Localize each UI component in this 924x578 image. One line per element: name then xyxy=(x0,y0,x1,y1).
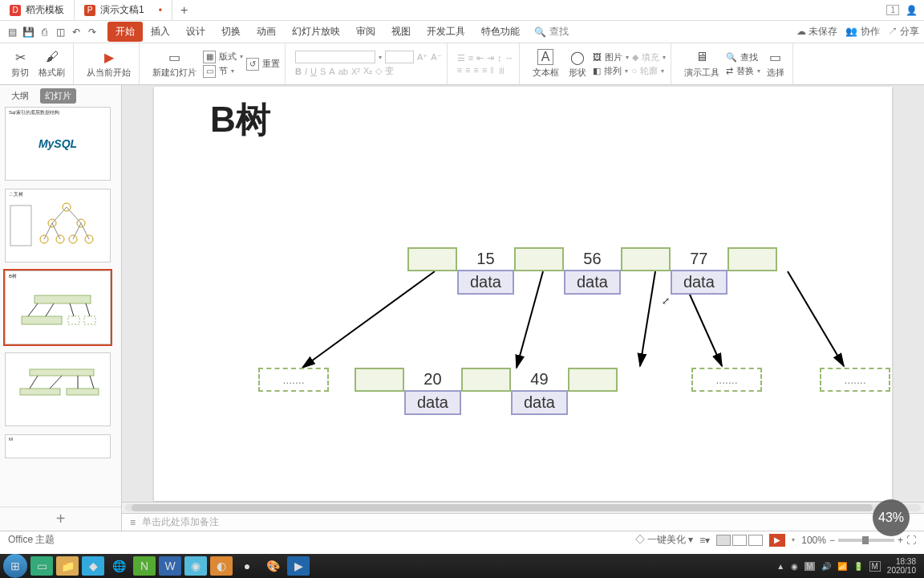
notes-placeholder[interactable]: 单击此处添加备注 xyxy=(142,515,219,529)
layout-button[interactable]: ▦版式▾ xyxy=(203,51,243,63)
thumbnail-1[interactable]: Sql索引的底层数据结构 MySQL xyxy=(5,107,111,181)
menu-features[interactable]: 特色功能 xyxy=(473,22,528,42)
thumbnail-2[interactable]: 二叉树 xyxy=(5,189,111,263)
taskbar-app[interactable]: 🎨 xyxy=(261,556,284,576)
normal-view-icon[interactable] xyxy=(716,535,731,546)
align-right-button[interactable]: ≡ xyxy=(474,65,479,75)
menu-slideshow[interactable]: 幻灯片放映 xyxy=(284,22,348,42)
fill-button[interactable]: ◆填充▾ xyxy=(632,51,666,63)
menu-view[interactable]: 视图 xyxy=(383,22,419,42)
arrange-button[interactable]: ◧排列▾ xyxy=(593,65,629,77)
cut-button[interactable]: ✂剪切 xyxy=(8,47,32,80)
text-direction-button[interactable]: ↔ xyxy=(505,53,514,63)
search-box[interactable]: 🔍 查找 xyxy=(534,25,569,39)
line-spacing-button[interactable]: ↕ xyxy=(497,53,502,63)
zoom-out-button[interactable]: − xyxy=(829,535,835,546)
find-button[interactable]: 🔍查找 xyxy=(726,51,760,63)
tray-m-icon[interactable]: M xyxy=(804,562,814,571)
taskbar-app[interactable]: ▭ xyxy=(30,556,53,576)
tab-add-button[interactable]: + xyxy=(172,3,196,18)
menu-review[interactable]: 审阅 xyxy=(348,22,383,42)
subscript-button[interactable]: X₂ xyxy=(363,66,372,76)
menu-insert[interactable]: 插入 xyxy=(143,22,178,42)
collab-label[interactable]: 👥 协作 xyxy=(845,25,879,39)
numbering-button[interactable]: ≡ xyxy=(468,53,473,63)
menu-animation[interactable]: 动画 xyxy=(249,22,284,42)
strike-button[interactable]: S xyxy=(320,67,326,76)
taskbar-app[interactable]: ◆ xyxy=(82,556,104,576)
tray-ime-icon[interactable]: M xyxy=(869,561,881,572)
notes-toggle-icon[interactable]: ≡▾ xyxy=(699,535,710,546)
italic-button[interactable]: I xyxy=(305,67,307,76)
print-icon[interactable]: ⎙ xyxy=(37,24,51,40)
align-justify-button[interactable]: ≡ xyxy=(482,65,487,75)
zoom-in-button[interactable]: + xyxy=(898,535,903,546)
tray-up-icon[interactable]: ▲ xyxy=(776,562,784,571)
taskbar-app[interactable]: ● xyxy=(236,556,258,576)
align-left-button[interactable]: ≡ xyxy=(457,65,462,75)
replace-button[interactable]: ⇄替换▾ xyxy=(726,65,760,77)
user-icon[interactable]: 👤 xyxy=(906,5,918,16)
taskbar-app[interactable]: ▶ xyxy=(287,556,310,576)
distribute-h-button[interactable]: ⫴ xyxy=(490,65,494,75)
distribute-v-button[interactable]: ⫼ xyxy=(497,65,506,75)
horizontal-scrollbar[interactable] xyxy=(122,502,924,513)
zoom-value[interactable]: 100% xyxy=(801,535,826,546)
select-button[interactable]: ▭选择 xyxy=(764,47,788,80)
unsaved-label[interactable]: ☁ 未保存 xyxy=(796,25,837,39)
start-button[interactable]: ⊞ xyxy=(3,554,27,578)
theme-label[interactable]: Office 主题 xyxy=(8,533,55,547)
font-select[interactable]: ▾A⁺A⁻ xyxy=(295,51,442,63)
menu-transition[interactable]: 切换 xyxy=(213,22,249,42)
tray-volume-icon[interactable]: 🔊 xyxy=(821,562,831,571)
menu-start[interactable]: 开始 xyxy=(107,22,143,42)
shape-button[interactable]: ◯形状 xyxy=(565,47,590,80)
textbox-button[interactable]: A文本框 xyxy=(529,47,562,80)
highlight-button[interactable]: ab xyxy=(338,67,348,76)
reading-view-icon[interactable] xyxy=(748,535,763,546)
menu-design[interactable]: 设计 xyxy=(178,22,213,42)
menu-devtools[interactable]: 开发工具 xyxy=(419,22,473,42)
undo-icon[interactable]: ↶ xyxy=(69,24,83,40)
font-grow-icon[interactable]: A⁺ xyxy=(417,52,428,63)
outline-button[interactable]: ○轮廓▾ xyxy=(632,65,666,77)
sorter-view-icon[interactable] xyxy=(732,535,747,546)
tools-button[interactable]: 🖥演示工具 xyxy=(681,47,723,80)
taskbar-app[interactable]: N xyxy=(133,556,156,576)
thumbnail-3[interactable]: B树 xyxy=(5,271,111,344)
indent-right-button[interactable]: ⇥ xyxy=(487,53,494,63)
section-button[interactable]: ▭节▾ xyxy=(203,65,243,78)
tray-network-icon[interactable]: 📶 xyxy=(837,562,847,571)
redo-icon[interactable]: ↷ xyxy=(85,24,99,40)
beautify-button[interactable]: ◇ 一键美化 ▾ xyxy=(635,533,694,547)
taskbar-explorer[interactable]: 📁 xyxy=(56,556,79,576)
slideshow-button[interactable]: ▶ xyxy=(769,534,785,547)
indent-left-button[interactable]: ⇤ xyxy=(476,53,484,63)
superscript-button[interactable]: X² xyxy=(351,67,360,76)
new-slide-button[interactable]: ▭新建幻灯片 xyxy=(149,47,200,80)
slide-canvas[interactable]: B树 15 data xyxy=(154,87,892,501)
tab-template[interactable]: D 稻壳模板 xyxy=(0,0,75,20)
font-color-button[interactable]: A xyxy=(329,67,334,76)
taskbar-wps[interactable]: W xyxy=(159,556,181,576)
reset-button[interactable]: ↺重置 xyxy=(246,58,280,71)
fit-window-icon[interactable]: ⛶ xyxy=(906,535,916,546)
bold-button[interactable]: B xyxy=(295,67,302,76)
play-from-current-button[interactable]: ▶从当前开始 xyxy=(83,47,134,80)
underline-button[interactable]: U xyxy=(310,67,317,76)
panel-tab-outline[interactable]: 大纲 xyxy=(6,88,34,104)
thumbnail-4[interactable] xyxy=(5,352,111,426)
format-painter-button[interactable]: 🖌格式刷 xyxy=(35,47,68,80)
panel-tab-slides[interactable]: 幻灯片 xyxy=(40,88,76,104)
font-shrink-icon[interactable]: A⁻ xyxy=(431,52,441,63)
chinese-layout-button[interactable]: 变 xyxy=(385,65,394,77)
tray-battery-icon[interactable]: 🔋 xyxy=(853,562,863,571)
clear-format-button[interactable]: ◇ xyxy=(375,66,382,76)
share-label[interactable]: ↗ 分享 xyxy=(888,25,919,39)
save-icon[interactable]: 💾 xyxy=(21,24,35,40)
align-center-button[interactable]: ≡ xyxy=(465,65,470,75)
window-badge[interactable]: 1 xyxy=(886,5,899,15)
taskbar-clock[interactable]: 18:38 2020/10 xyxy=(887,557,916,575)
thumbnail-5[interactable]: M xyxy=(5,434,111,458)
taskbar-chrome[interactable]: 🌐 xyxy=(107,556,130,576)
